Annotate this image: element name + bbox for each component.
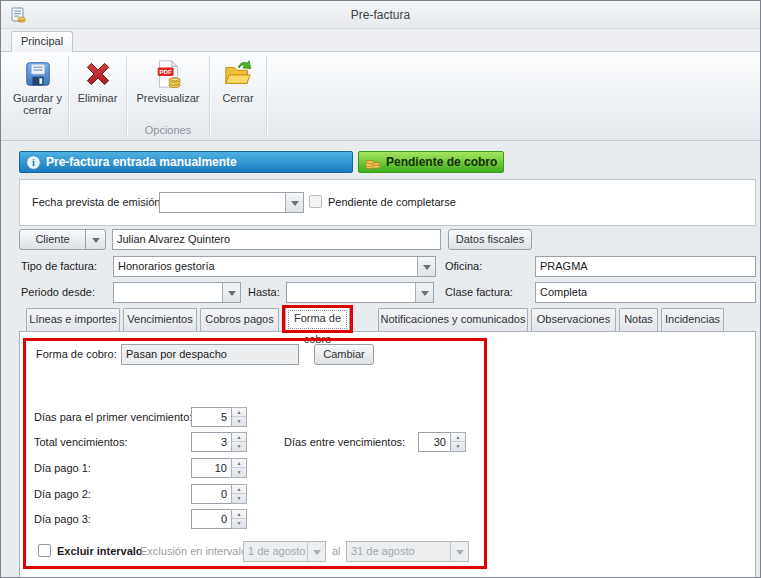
oficina-input[interactable]: PRAGMA [535,256,756,277]
tipo-factura-combobox[interactable]: Honorarios gestoría [113,256,436,277]
spin-up-icon[interactable]: ▲ [232,485,246,494]
dias-primer-vencimiento-label: Días para el primer vencimiento: [34,410,192,425]
dia-pago-1-label: Día pago 1: [34,461,91,476]
ribbon-separator [266,56,267,136]
spin-up-icon[interactable]: ▲ [232,510,246,519]
chevron-down-icon [92,238,100,247]
pendiente-completarse-label: Pendiente de completarse [328,195,456,210]
periodo-desde-label: Periodo desde: [21,285,95,300]
tab-observaciones[interactable]: Observaciones [531,308,616,331]
tipo-factura-value: Honorarios gestoría [118,257,415,276]
cliente-input[interactable]: Julian Alvarez Quintero [112,229,441,250]
spin-down-icon[interactable]: ▼ [232,468,246,477]
spinner-buttons[interactable]: ▲▼ [231,509,247,529]
tab-cobros-pagos[interactable]: Cobros pagos [200,308,279,331]
hasta-combobox[interactable] [286,282,434,303]
ribbon-tab-strip: Principal [1,29,760,51]
info-icon: i [26,155,41,170]
oficina-label: Oficina: [445,259,482,274]
periodo-desde-combobox[interactable] [113,282,241,303]
close-button[interactable]: Cerrar [212,54,264,138]
excluir-intervalo-label: Excluir intervalo [57,544,143,559]
spin-down-icon[interactable]: ▼ [232,519,246,528]
tab-notificaciones-y-comunicados[interactable]: Notificaciones y comunicados [378,308,528,331]
tab-lineas-e-importes[interactable]: Líneas e importes [26,308,120,331]
spin-up-icon[interactable]: ▲ [232,433,246,442]
spin-up-icon[interactable]: ▲ [232,408,246,417]
spinner-buttons[interactable]: ▲▼ [231,458,247,478]
dia-pago-2-value[interactable]: 0 [191,484,232,504]
spin-down-icon[interactable]: ▼ [232,494,246,503]
tab-vencimientos[interactable]: Vencimientos [123,308,197,331]
tab-notas[interactable]: Notas [619,308,658,331]
close-folder-icon [223,59,253,89]
tab-forma-de-cobro[interactable]: Forma de cobro [285,307,350,332]
total-vencimientos-value[interactable]: 3 [191,432,232,452]
form-area: i Pre-factura entrada manualmente Pendie… [1,141,760,578]
chevron-down-icon[interactable] [222,283,240,302]
fecha-prevista-combobox[interactable] [159,192,304,213]
title-bar: Pre-factura [1,1,760,29]
save-icon [23,59,53,89]
spinner-buttons[interactable]: ▲▼ [231,407,247,427]
spin-up-icon[interactable]: ▲ [232,459,246,468]
dias-entre-vencimientos-label: Días entre vencimientos: [284,435,405,450]
excluir-intervalo-checkbox[interactable] [38,544,51,557]
window-title: Pre-factura [1,8,760,22]
info-banner-text: Pre-factura entrada manualmente [46,155,237,169]
cliente-button[interactable]: Cliente [19,229,86,250]
spinner-buttons[interactable]: ▲▼ [450,432,466,452]
dia-pago-3-label: Día pago 3: [34,512,91,527]
spin-down-icon[interactable]: ▼ [232,442,246,451]
exclusion-desde-value: 1 de agosto [248,542,305,561]
spinner-buttons[interactable]: ▲▼ [231,484,247,504]
fecha-prevista-label: Fecha prevista de emisión: [32,195,163,210]
forma-de-cobro-label: Forma de cobro: [36,347,117,362]
dia-pago-2-label: Día pago 2: [34,487,91,502]
status-banner-text: Pendiente de cobro [386,155,497,169]
cliente-dropdown-button[interactable] [85,229,106,250]
pendiente-completarse-checkbox[interactable] [309,195,322,208]
tab-incidencias[interactable]: Incidencias [661,308,724,331]
preview-label: Previsualizar [137,92,200,104]
clase-factura-input[interactable]: Completa [535,282,756,303]
exclusion-al-label: al [332,544,341,559]
chevron-down-icon[interactable] [415,283,433,302]
ribbon-group-opciones-label: Opciones [129,124,207,136]
svg-text:PDF: PDF [160,68,172,75]
total-vencimientos-label: Total vencimientos: [34,435,128,450]
forma-de-cobro-input: Pasan por despacho [121,344,299,365]
svg-text:i: i [32,157,35,168]
save-and-close-label: Guardar y cerrar [9,92,66,116]
ribbon-tab-principal[interactable]: Principal [11,31,73,52]
chevron-down-icon [307,542,325,561]
dias-primer-vencimiento-value[interactable]: 5 [191,407,232,427]
chevron-down-icon[interactable] [285,193,303,212]
spin-up-icon[interactable]: ▲ [451,433,465,442]
hasta-label: Hasta: [248,285,280,300]
spin-down-icon[interactable]: ▼ [451,442,465,451]
info-banner: i Pre-factura entrada manualmente [19,151,353,173]
tipo-factura-label: Tipo de factura: [21,259,97,274]
dias-entre-vencimientos-value[interactable]: 30 [418,432,451,452]
dia-pago-1-value[interactable]: 10 [191,458,232,478]
ribbon-separator [68,56,69,136]
delete-button[interactable]: Eliminar [71,54,124,138]
datos-fiscales-button[interactable]: Datos fiscales [448,229,532,250]
spin-down-icon[interactable]: ▼ [232,417,246,426]
ribbon-separator [209,56,210,136]
status-banner: Pendiente de cobro [358,151,504,173]
prefactura-window: Pre-factura Principal Guardar y cerrar [0,0,761,578]
exclusion-hasta-value: 31 de agosto [351,542,448,561]
coins-icon [365,154,381,170]
exclusion-hasta-combobox: 31 de agosto [346,541,469,562]
chevron-down-icon[interactable] [417,257,435,276]
ribbon: Guardar y cerrar Eliminar PDF [1,51,760,141]
dia-pago-3-value[interactable]: 0 [191,509,232,529]
save-and-close-button[interactable]: Guardar y cerrar [9,54,66,138]
exclusion-desde-combobox: 1 de agosto [243,541,326,562]
spinner-buttons[interactable]: ▲▼ [231,432,247,452]
pdf-preview-icon: PDF [153,59,183,89]
ribbon-separator [126,56,127,136]
close-label: Cerrar [222,92,253,104]
